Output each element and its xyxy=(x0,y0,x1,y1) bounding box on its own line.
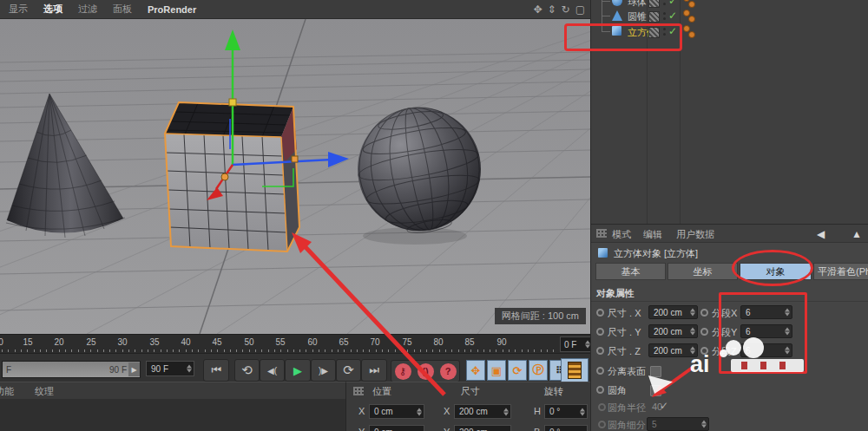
keyframe-dot-icon[interactable] xyxy=(596,386,604,394)
menu-userdata[interactable]: 用户数据 xyxy=(676,228,714,241)
keyframe-dot-icon[interactable] xyxy=(596,309,604,317)
rotation-b-field[interactable]: 0 ° xyxy=(544,425,588,431)
axis-label: X xyxy=(358,406,365,416)
coords-row: Y 0 cm Y 200 cm B 0 ° xyxy=(346,424,591,431)
layer-icon[interactable] xyxy=(648,27,660,38)
size-z-input[interactable]: 200 cm xyxy=(648,343,698,357)
history-back-icon[interactable]: ◀ xyxy=(817,228,825,240)
spinner-icon[interactable] xyxy=(580,408,585,415)
repeat-button[interactable]: ⟳ xyxy=(336,359,361,382)
layer-icon[interactable] xyxy=(648,11,660,23)
record-position-toggle[interactable]: ✥ xyxy=(466,360,485,381)
rotation-h-field[interactable]: 0 ° xyxy=(544,404,588,419)
menu-filter[interactable]: 过滤 xyxy=(78,3,97,16)
prev-key-button[interactable]: ◀( xyxy=(260,359,285,382)
spinner-icon[interactable] xyxy=(690,309,695,317)
play-button[interactable]: ▶ xyxy=(285,359,311,382)
spinner-icon[interactable] xyxy=(690,347,695,355)
tab-basic[interactable]: 基本 xyxy=(595,263,666,280)
spinner-icon[interactable] xyxy=(785,309,790,317)
timeline-ruler[interactable]: 0 15 20 25 30 35 40 45 50 55 60 65 70 75… xyxy=(0,334,590,354)
segments-z-input[interactable]: 6 xyxy=(740,343,792,357)
render-visibility-dot[interactable] xyxy=(688,1,695,8)
spinner-icon[interactable] xyxy=(785,328,790,336)
end-frame-field[interactable]: 0 F xyxy=(560,336,593,352)
goto-start-button[interactable]: ⏮ xyxy=(203,359,229,382)
spinner-icon[interactable] xyxy=(690,328,695,336)
range-arrow-icon[interactable]: ▶ xyxy=(128,362,140,376)
maximize-icon[interactable]: ▢ xyxy=(575,3,585,16)
property-row: 尺寸 . Z 200 cm 分段Z 6 xyxy=(591,343,868,359)
keyframe-dot-icon[interactable] xyxy=(700,347,708,355)
object-row-sphere[interactable]: 球体 ✓ xyxy=(591,0,868,9)
keyframe-dot-icon[interactable] xyxy=(700,309,708,317)
size-y-field[interactable]: 200 cm xyxy=(454,425,511,431)
separate-surfaces-checkbox[interactable] xyxy=(650,366,661,377)
preview-range-slider[interactable]: F 90 F ▶ xyxy=(2,361,141,378)
keyframe-dot-icon[interactable] xyxy=(700,328,708,336)
panel-grid-icon[interactable] xyxy=(353,387,364,395)
keyframe-dot-icon[interactable] xyxy=(596,347,604,355)
spinner-icon[interactable] xyxy=(785,347,790,355)
tab-object[interactable]: 对象 xyxy=(740,263,812,280)
menu-display[interactable]: 显示 xyxy=(9,3,28,16)
spinner-icon[interactable] xyxy=(187,365,192,373)
menu-prorender[interactable]: ProRender xyxy=(148,4,196,15)
autokey-button[interactable]: () xyxy=(418,363,434,380)
object-name[interactable]: 球体 xyxy=(628,0,647,9)
pan-icon[interactable]: ✥ xyxy=(533,3,542,16)
property-row: 分离表面 xyxy=(591,363,868,379)
transport-bar: F 90 F ▶ 90 F ⏮ ⟲ ◀( ▶ )▶ ⟳ ⏭ ⚷ () ? ✥ ▣… xyxy=(0,353,590,382)
current-frame-field[interactable]: 90 F xyxy=(146,361,194,376)
menu-mode[interactable]: 模式 xyxy=(612,228,631,241)
viewport-3d[interactable]: 网格间距 : 100 cm xyxy=(0,19,590,334)
material-manager-area[interactable] xyxy=(0,399,345,431)
object-row-cone[interactable]: 圆锥 ✓ xyxy=(591,9,868,23)
size-x-field[interactable]: 200 cm xyxy=(454,404,511,419)
value: 0 cm xyxy=(374,428,393,431)
position-x-field[interactable]: 0 cm xyxy=(369,404,424,419)
size-x-input[interactable]: 200 cm xyxy=(648,305,698,319)
object-row-cube[interactable]: 立方体 ✓ xyxy=(591,24,868,39)
tab-coordinates[interactable]: 坐标 xyxy=(667,263,738,280)
menu-edit[interactable]: 编辑 xyxy=(643,228,662,241)
menu-panel[interactable]: 面板 xyxy=(113,3,132,16)
record-scale-toggle[interactable]: ▣ xyxy=(487,360,506,381)
object-name[interactable]: 圆锥 xyxy=(628,10,647,23)
size-y-input[interactable]: 200 cm xyxy=(648,324,698,338)
cone-icon xyxy=(612,10,622,21)
keyframe-dot-icon[interactable] xyxy=(596,367,604,375)
panel-grid-icon[interactable] xyxy=(596,229,607,238)
menu-texture[interactable]: 纹理 xyxy=(35,385,54,398)
tab-phong[interactable]: 平滑着色(Pho xyxy=(813,263,868,280)
record-parameter-toggle[interactable]: Ⓟ xyxy=(529,360,548,381)
segments-x-input[interactable]: 6 xyxy=(740,305,792,319)
keyframe-film-button[interactable] xyxy=(561,358,589,382)
segments-y-input[interactable]: 6 xyxy=(740,324,792,338)
loop-button[interactable]: ⟲ xyxy=(234,359,260,382)
menu-options[interactable]: 选项 xyxy=(43,3,62,16)
menu-function[interactable]: 功能 xyxy=(0,385,14,398)
record-rotation-toggle[interactable]: ⟳ xyxy=(508,360,527,381)
goto-end-button[interactable]: ⏭ xyxy=(361,359,387,382)
spinner-icon[interactable] xyxy=(503,408,509,415)
rotate-icon[interactable]: ↻ xyxy=(562,3,570,16)
keyframe-selection-button[interactable]: ? xyxy=(440,363,457,380)
fillet-checkbox[interactable] xyxy=(650,385,661,396)
enabled-check-icon[interactable]: ✓ xyxy=(668,25,677,37)
spinner-icon[interactable] xyxy=(417,408,422,415)
property-label: 分段Z xyxy=(712,345,737,358)
property-row: 圆角 xyxy=(591,382,868,398)
enabled-check-icon[interactable]: ✓ xyxy=(668,10,677,22)
enabled-check-icon[interactable]: ✓ xyxy=(668,0,677,7)
next-key-button[interactable]: )▶ xyxy=(311,359,336,382)
position-y-field[interactable]: 0 cm xyxy=(369,425,424,431)
record-keyframe-button[interactable]: ⚷ xyxy=(395,363,411,380)
object-title: 立方体对象 [立方体] xyxy=(614,247,698,260)
layer-icon[interactable] xyxy=(648,0,660,8)
render-visibility-dot[interactable] xyxy=(688,31,695,38)
render-visibility-dot[interactable] xyxy=(688,16,695,23)
filter-arrow-icon[interactable]: ▲ xyxy=(852,228,862,240)
zoom-icon[interactable]: ⇕ xyxy=(548,3,556,16)
keyframe-dot-icon[interactable] xyxy=(596,328,604,336)
